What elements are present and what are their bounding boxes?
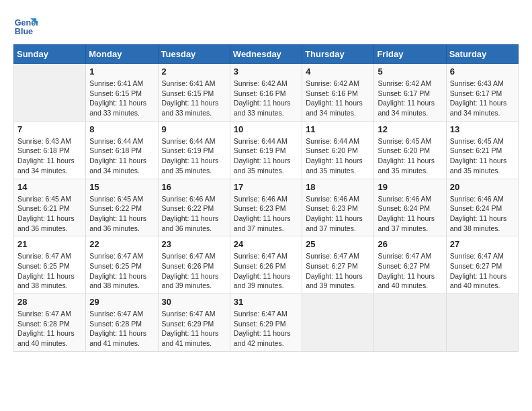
day-number: 17 [234,182,298,192]
calendar-cell: 17 Sunrise: 6:46 AMSunset: 6:23 PMDaylig… [230,179,302,236]
calendar-cell: 1 Sunrise: 6:41 AMSunset: 6:15 PMDayligh… [86,64,158,122]
calendar-cell [14,64,86,122]
day-number: 3 [234,66,298,77]
day-number: 31 [234,297,298,307]
day-number: 11 [306,124,370,134]
svg-text:Blue: Blue [15,27,33,36]
calendar-cell: 16 Sunrise: 6:46 AMSunset: 6:22 PMDaylig… [158,179,230,236]
weekday-header: Thursday [302,45,374,64]
day-number: 23 [162,239,226,249]
day-number: 20 [450,182,515,192]
day-info: Sunrise: 6:45 AMSunset: 6:21 PMDaylight:… [17,194,82,234]
day-number: 27 [450,239,515,249]
day-number: 21 [17,239,82,249]
day-info: Sunrise: 6:47 AMSunset: 6:27 PMDaylight:… [378,251,442,291]
day-number: 16 [162,182,226,192]
day-number: 12 [378,124,442,134]
day-info: Sunrise: 6:44 AMSunset: 6:20 PMDaylight:… [306,136,370,176]
day-info: Sunrise: 6:44 AMSunset: 6:19 PMDaylight:… [234,136,298,176]
day-number: 2 [162,66,226,77]
calendar-cell: 21 Sunrise: 6:47 AMSunset: 6:25 PMDaylig… [14,236,86,294]
day-info: Sunrise: 6:47 AMSunset: 6:27 PMDaylight:… [450,251,515,291]
calendar-cell: 4 Sunrise: 6:42 AMSunset: 6:16 PMDayligh… [302,64,374,122]
day-number: 10 [234,124,298,134]
calendar-cell: 5 Sunrise: 6:42 AMSunset: 6:17 PMDayligh… [374,64,446,122]
day-number: 6 [450,66,515,77]
calendar-cell [446,294,518,352]
calendar-cell: 28 Sunrise: 6:47 AMSunset: 6:28 PMDaylig… [14,294,86,352]
day-number: 13 [450,124,515,134]
weekday-header: Tuesday [158,45,230,64]
day-info: Sunrise: 6:47 AMSunset: 6:25 PMDaylight:… [17,251,82,291]
calendar-cell: 30 Sunrise: 6:47 AMSunset: 6:29 PMDaylig… [158,294,230,352]
day-info: Sunrise: 6:43 AMSunset: 6:17 PMDaylight:… [450,79,515,118]
day-info: Sunrise: 6:45 AMSunset: 6:20 PMDaylight:… [378,136,442,176]
calendar-cell: 10 Sunrise: 6:44 AMSunset: 6:19 PMDaylig… [230,121,302,179]
calendar-cell [302,294,374,352]
day-info: Sunrise: 6:41 AMSunset: 6:15 PMDaylight:… [89,79,154,118]
day-number: 5 [378,66,442,77]
weekday-header: Wednesday [230,45,302,64]
calendar-cell: 15 Sunrise: 6:45 AMSunset: 6:22 PMDaylig… [86,179,158,236]
day-info: Sunrise: 6:42 AMSunset: 6:16 PMDaylight:… [234,79,298,118]
day-info: Sunrise: 6:41 AMSunset: 6:15 PMDaylight:… [162,79,226,118]
calendar-cell: 7 Sunrise: 6:43 AMSunset: 6:18 PMDayligh… [14,121,86,179]
calendar-cell: 12 Sunrise: 6:45 AMSunset: 6:20 PMDaylig… [374,121,446,179]
day-info: Sunrise: 6:43 AMSunset: 6:18 PMDaylight:… [17,136,82,176]
day-info: Sunrise: 6:47 AMSunset: 6:25 PMDaylight:… [89,251,154,291]
calendar-cell [374,294,446,352]
calendar-cell: 11 Sunrise: 6:44 AMSunset: 6:20 PMDaylig… [302,121,374,179]
day-number: 25 [306,239,370,249]
weekday-header: Friday [374,45,446,64]
day-number: 8 [89,124,154,134]
calendar-week-row: 28 Sunrise: 6:47 AMSunset: 6:28 PMDaylig… [14,294,519,352]
weekday-header: Saturday [446,45,518,64]
day-info: Sunrise: 6:46 AMSunset: 6:24 PMDaylight:… [450,194,515,234]
calendar-cell: 22 Sunrise: 6:47 AMSunset: 6:25 PMDaylig… [86,236,158,294]
day-number: 7 [17,124,82,134]
calendar-cell: 3 Sunrise: 6:42 AMSunset: 6:16 PMDayligh… [230,64,302,122]
day-info: Sunrise: 6:47 AMSunset: 6:29 PMDaylight:… [162,309,226,349]
calendar-cell: 26 Sunrise: 6:47 AMSunset: 6:27 PMDaylig… [374,236,446,294]
day-number: 4 [306,66,370,77]
day-info: Sunrise: 6:46 AMSunset: 6:23 PMDaylight:… [234,194,298,234]
calendar-cell: 20 Sunrise: 6:46 AMSunset: 6:24 PMDaylig… [446,179,518,236]
calendar-cell: 25 Sunrise: 6:47 AMSunset: 6:27 PMDaylig… [302,236,374,294]
day-number: 22 [89,239,154,249]
day-number: 1 [89,66,154,77]
day-number: 29 [89,297,154,307]
calendar-cell: 19 Sunrise: 6:46 AMSunset: 6:24 PMDaylig… [374,179,446,236]
day-info: Sunrise: 6:42 AMSunset: 6:17 PMDaylight:… [378,79,442,118]
calendar-week-row: 14 Sunrise: 6:45 AMSunset: 6:21 PMDaylig… [14,179,519,236]
calendar-cell: 31 Sunrise: 6:47 AMSunset: 6:29 PMDaylig… [230,294,302,352]
day-info: Sunrise: 6:46 AMSunset: 6:24 PMDaylight:… [378,194,442,234]
day-info: Sunrise: 6:47 AMSunset: 6:29 PMDaylight:… [234,309,298,349]
day-info: Sunrise: 6:47 AMSunset: 6:26 PMDaylight:… [162,251,226,291]
calendar-cell: 9 Sunrise: 6:44 AMSunset: 6:19 PMDayligh… [158,121,230,179]
calendar-cell: 6 Sunrise: 6:43 AMSunset: 6:17 PMDayligh… [446,64,518,122]
calendar-cell: 14 Sunrise: 6:45 AMSunset: 6:21 PMDaylig… [14,179,86,236]
day-number: 15 [89,182,154,192]
calendar-cell: 24 Sunrise: 6:47 AMSunset: 6:26 PMDaylig… [230,236,302,294]
day-info: Sunrise: 6:46 AMSunset: 6:23 PMDaylight:… [306,194,370,234]
day-number: 28 [17,297,82,307]
day-info: Sunrise: 6:45 AMSunset: 6:21 PMDaylight:… [450,136,515,176]
day-info: Sunrise: 6:44 AMSunset: 6:19 PMDaylight:… [162,136,226,176]
day-info: Sunrise: 6:47 AMSunset: 6:28 PMDaylight:… [89,309,154,349]
day-number: 18 [306,182,370,192]
day-number: 9 [162,124,226,134]
day-info: Sunrise: 6:47 AMSunset: 6:26 PMDaylight:… [234,251,298,291]
calendar-cell: 23 Sunrise: 6:47 AMSunset: 6:26 PMDaylig… [158,236,230,294]
day-info: Sunrise: 6:46 AMSunset: 6:22 PMDaylight:… [162,194,226,234]
day-number: 24 [234,239,298,249]
calendar-cell: 8 Sunrise: 6:44 AMSunset: 6:18 PMDayligh… [86,121,158,179]
day-info: Sunrise: 6:42 AMSunset: 6:16 PMDaylight:… [306,79,370,118]
page-header: General Blue [13,13,519,38]
day-number: 19 [378,182,442,192]
calendar-header: SundayMondayTuesdayWednesdayThursdayFrid… [14,45,519,64]
day-number: 30 [162,297,226,307]
day-info: Sunrise: 6:44 AMSunset: 6:18 PMDaylight:… [89,136,154,176]
calendar-table: SundayMondayTuesdayWednesdayThursdayFrid… [13,44,519,352]
day-number: 26 [378,239,442,249]
day-info: Sunrise: 6:45 AMSunset: 6:22 PMDaylight:… [89,194,154,234]
